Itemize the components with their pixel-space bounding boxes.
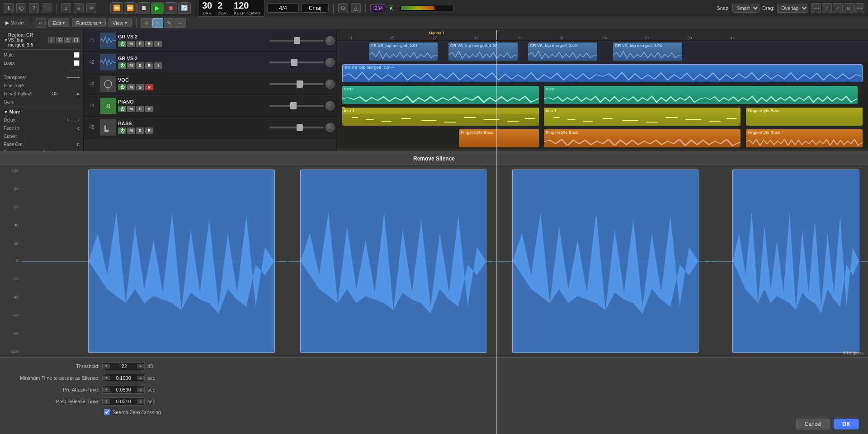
power-btn-42[interactable]: ⏻ xyxy=(118,62,126,69)
delay-control[interactable]: ⟵⟶ xyxy=(67,118,80,123)
fader-thumb-41[interactable] xyxy=(294,37,300,44)
clip-44-3[interactable]: Fingerstyle Bass xyxy=(746,108,863,126)
resize-icon-5[interactable]: ⟺ xyxy=(854,3,864,13)
cancel-button[interactable]: Cancel xyxy=(796,419,830,429)
region-s-btn[interactable]: S xyxy=(64,37,71,43)
time-sig-display[interactable]: 4/4 xyxy=(267,3,299,13)
fadeout-row[interactable]: Fade Out c xyxy=(2,140,81,148)
resize-icon-2[interactable]: ↕ xyxy=(822,3,832,13)
fader-thumb-43[interactable] xyxy=(297,80,303,88)
play-button[interactable]: ▶ xyxy=(151,2,164,14)
fader-track-41[interactable] xyxy=(269,40,324,42)
more-collapse[interactable]: ▼ xyxy=(4,109,8,114)
headphone-icon[interactable]: ◎ xyxy=(16,3,26,13)
rewind-button[interactable]: ⏪ xyxy=(110,2,123,14)
mute-btn-43[interactable]: M xyxy=(127,84,135,90)
tool-pencil[interactable]: ✎ xyxy=(164,18,175,28)
metronome-icon[interactable]: ♩ xyxy=(61,3,71,13)
clip-45-3[interactable]: Fingerstyle Bass xyxy=(746,129,863,147)
movie-button[interactable]: ▶ Movie xyxy=(3,19,26,27)
forward-button[interactable]: ⏩ xyxy=(124,2,137,14)
add-region-btn[interactable]: + xyxy=(48,37,55,43)
fader-track-42[interactable] xyxy=(269,61,324,63)
clip-43-1[interactable]: VOC xyxy=(342,86,539,104)
save-icon[interactable]: ⬛ xyxy=(42,3,52,13)
cycle-button[interactable]: 🔄 xyxy=(178,2,191,14)
tool-extra[interactable]: ↔ xyxy=(175,18,186,28)
rec-btn-42[interactable]: R xyxy=(145,62,153,69)
solo-btn-44[interactable]: S xyxy=(136,106,144,112)
clip-45-1[interactable]: Fingerstyle Bass xyxy=(459,129,538,147)
help-icon[interactable]: ? xyxy=(29,3,39,13)
resize-icon-4[interactable]: ⊡ xyxy=(844,3,854,13)
transpose-row[interactable]: Transpose: ⟵⟶ xyxy=(2,73,81,81)
region-save-btn[interactable]: ⊡ xyxy=(72,37,80,43)
pan-knob-44[interactable] xyxy=(326,101,335,110)
pan-knob-41[interactable] xyxy=(326,36,335,45)
fader-thumb-42[interactable] xyxy=(291,59,297,66)
input-btn-42[interactable]: I xyxy=(154,62,162,69)
solo-btn-42[interactable]: S xyxy=(136,62,144,69)
mute-btn-41[interactable]: M xyxy=(127,41,135,47)
pan-knob-45[interactable] xyxy=(326,123,335,132)
view-menu[interactable]: View ▾ xyxy=(108,19,132,27)
fader-thumb-44[interactable] xyxy=(290,102,297,109)
clip-45-2[interactable]: Fingerstyle Bass xyxy=(544,129,741,147)
clip-41-1[interactable]: GR VS_bip merged_3.01 xyxy=(369,42,438,61)
clip-44-2[interactable]: Inst 1 xyxy=(544,108,741,126)
rs-region-3[interactable] xyxy=(512,170,699,353)
ok-button[interactable]: OK xyxy=(834,419,859,429)
tool-move[interactable]: ⊹ xyxy=(141,18,152,28)
back-icon[interactable]: ↩ xyxy=(36,18,46,28)
clip-41-3[interactable]: GR VS_bip merged_3.03 xyxy=(528,42,597,61)
edit-menu[interactable]: Edit ▾ xyxy=(48,19,69,27)
midi-icon[interactable]: ⊙ xyxy=(338,3,348,13)
fader-track-43[interactable] xyxy=(269,83,324,85)
rec-btn-41[interactable]: R xyxy=(145,41,153,47)
flex-follow-row[interactable]: Flex & Follow: Off ▸ xyxy=(2,90,81,98)
power-btn-45[interactable]: ⏻ xyxy=(118,127,126,134)
solo-btn-43[interactable]: S xyxy=(136,84,144,90)
mute-btn-45[interactable]: M xyxy=(127,127,135,134)
functions-menu[interactable]: Functions ▾ xyxy=(72,19,106,27)
flex-follow-arrow[interactable]: ▸ xyxy=(77,91,80,96)
fader-track-45[interactable] xyxy=(269,127,324,128)
key-display[interactable]: Cmaj xyxy=(302,4,329,13)
power-btn-44[interactable]: ⏻ xyxy=(118,106,126,112)
solo-btn-41[interactable]: S xyxy=(136,41,144,47)
rec-btn-43[interactable]: R xyxy=(145,84,153,90)
solo-btn-45[interactable]: S xyxy=(136,127,144,134)
delay-row[interactable]: Delay: ⟵⟶ xyxy=(2,116,81,124)
fader-track-44[interactable] xyxy=(269,105,324,107)
resize-icon-1[interactable]: ⟺ xyxy=(811,3,821,13)
rec-btn-45[interactable]: R xyxy=(145,127,153,134)
drag-select[interactable]: OverlapX-Fade xyxy=(777,4,808,13)
loop-checkbox[interactable] xyxy=(74,60,80,66)
clip-41-2[interactable]: GR VS_bip merged_3.02 xyxy=(448,42,518,61)
snap-select[interactable]: SmartBarBeat xyxy=(732,4,760,13)
clip-42-merged[interactable]: GR VS_bip merged_3.5 ∞ xyxy=(342,64,863,82)
pan-knob-42[interactable] xyxy=(326,58,335,67)
clip-41-4[interactable]: GR VS_bip merged_3.04 xyxy=(613,42,682,61)
mute-checkbox[interactable] xyxy=(74,52,80,58)
finetune-row[interactable]: Fine Tune: xyxy=(2,81,81,90)
mute-btn-42[interactable]: M xyxy=(127,62,135,69)
info-icon[interactable]: ℹ xyxy=(4,3,14,13)
power-btn-43[interactable]: ⏻ xyxy=(118,84,126,90)
tool-pointer[interactable]: ↖ xyxy=(152,18,163,28)
mute-btn-44[interactable]: M xyxy=(127,106,135,112)
pan-knob-43[interactable] xyxy=(326,80,335,89)
rec-btn-44[interactable]: R xyxy=(145,106,153,112)
resize-icon-3[interactable]: ⤢ xyxy=(833,3,843,13)
eq-icon[interactable]: ≡ xyxy=(74,3,84,13)
rs-waveform-canvas[interactable]: 4 Regions xyxy=(337,165,868,357)
stop-button[interactable]: ⏹ xyxy=(137,2,150,14)
copy-region-btn[interactable]: ⊞ xyxy=(56,37,63,43)
transpose-control[interactable]: ⟵⟶ xyxy=(67,75,80,80)
rs-region-2[interactable] xyxy=(337,170,486,353)
region-collapse[interactable]: ▼ xyxy=(4,38,8,42)
rs-region-4[interactable] xyxy=(732,170,859,353)
input-btn-41[interactable]: I xyxy=(154,41,162,47)
audio-icon[interactable]: △ xyxy=(351,3,361,13)
more-section[interactable]: ▼ More xyxy=(2,108,81,116)
